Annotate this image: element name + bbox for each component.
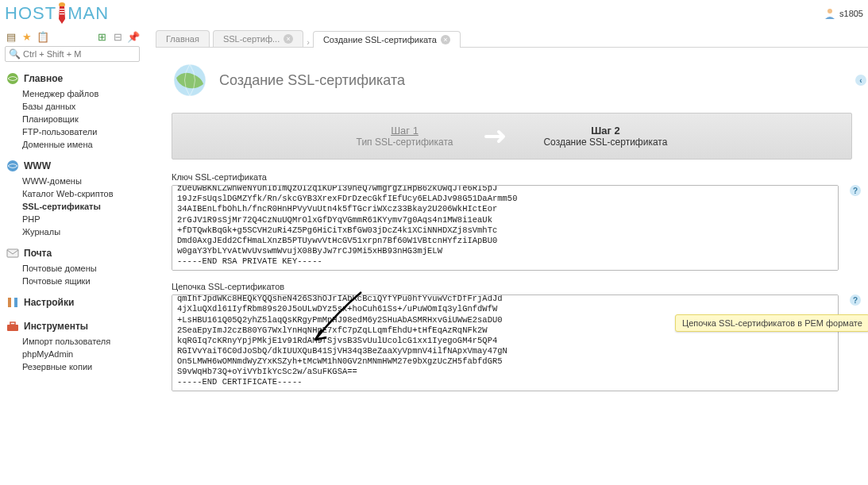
steps-bar: Шаг 1 Тип SSL-сертификата Шаг 2 Создание…	[172, 113, 852, 160]
arrow-right-icon	[484, 129, 511, 144]
clipboard-icon[interactable]: 📋	[37, 30, 49, 43]
side-item-domains[interactable]: Доменные имена	[22, 138, 140, 151]
annotation-arrow-icon	[306, 288, 369, 352]
chain-label: Цепочка SSL-сертификатов	[172, 282, 852, 291]
side-item-wwwdomains[interactable]: WWW-домены	[22, 175, 140, 187]
tabs-bar: Главная SSL-сертиф... × › Создание SSL-с…	[156, 27, 868, 48]
hint-icon[interactable]: ?	[850, 294, 861, 306]
side-heading-www[interactable]: WWW	[5, 157, 140, 175]
side-item-logs[interactable]: Журналы	[22, 225, 140, 238]
tools-icon	[6, 296, 19, 309]
side-item-import[interactable]: Импорт пользователя	[22, 335, 140, 348]
side-item-filemanager[interactable]: Менеджер файлов	[22, 87, 140, 100]
svg-point-6	[7, 160, 18, 171]
svg-rect-9	[14, 298, 17, 307]
help-icon[interactable]: ‹	[855, 75, 866, 86]
step-1[interactable]: Шаг 1 Тип SSL-сертификата	[357, 125, 453, 148]
toolbox-icon	[6, 320, 19, 333]
side-item-phpmyadmin[interactable]: phpMyAdmin	[22, 348, 140, 360]
side-heading-settings[interactable]: Настройки	[5, 294, 140, 311]
add-icon[interactable]: ⊞	[95, 30, 108, 43]
ssl-chain-textarea[interactable]	[172, 294, 839, 391]
svg-rect-2	[60, 11, 64, 12]
side-heading-mail[interactable]: Почта	[5, 244, 140, 262]
search-row[interactable]: 🔍	[5, 46, 140, 62]
pin-icon[interactable]: 📌	[127, 30, 140, 43]
side-item-scheduler[interactable]: Планировщик	[22, 113, 140, 125]
side-heading-tools[interactable]: Инструменты	[5, 318, 140, 335]
svg-rect-11	[10, 322, 15, 325]
user-name: s1805	[839, 9, 863, 18]
remove-icon[interactable]: ⊟	[111, 30, 124, 43]
svg-point-4	[827, 9, 832, 13]
chevron-right-icon: ›	[307, 37, 310, 47]
search-input[interactable]	[23, 49, 136, 59]
tooltip: Цепочка SSL-сертификатов в PEM формате	[675, 314, 868, 332]
ssl-key-textarea[interactable]	[172, 185, 839, 271]
tab-ssl-create[interactable]: Создание SSL-сертификата ×	[313, 31, 461, 48]
globe-blue-icon	[6, 160, 19, 172]
side-item-mailboxes[interactable]: Почтовые ящики	[22, 275, 140, 287]
brand-logo: HOST MAN	[5, 2, 109, 25]
stack-icon[interactable]: ▤	[5, 30, 17, 43]
mail-icon	[6, 247, 19, 260]
svg-rect-10	[7, 325, 18, 331]
user-corner[interactable]: s1805	[824, 7, 863, 20]
globe-large-icon	[172, 62, 208, 98]
main-panel: Главная SSL-сертиф... × › Создание SSL-с…	[145, 27, 868, 402]
side-item-maildomains[interactable]: Почтовые домены	[22, 262, 140, 275]
side-item-catalog[interactable]: Каталог Web-скриптов	[22, 187, 140, 200]
side-heading-main[interactable]: Главное	[5, 70, 140, 87]
side-item-ssl[interactable]: SSL-сертификаты	[22, 200, 140, 213]
hint-icon[interactable]: ?	[850, 185, 861, 196]
step-2: Шаг 2 Создание SSL-сертификата	[543, 125, 667, 148]
key-label: Ключ SSL-сертификата	[172, 172, 852, 182]
svg-rect-8	[8, 298, 11, 307]
svg-rect-3	[60, 13, 64, 14]
close-icon[interactable]: ×	[284, 34, 293, 44]
user-icon	[824, 7, 836, 20]
star-icon[interactable]: ★	[21, 30, 33, 43]
close-icon[interactable]: ×	[441, 35, 450, 44]
search-icon: 🔍	[9, 48, 21, 60]
side-item-ftp[interactable]: FTP-пользователи	[22, 125, 140, 138]
svg-point-5	[7, 73, 18, 84]
tab-ssl-list[interactable]: SSL-сертиф... ×	[213, 30, 303, 47]
svg-rect-1	[60, 9, 64, 10]
sidebar: ▤ ★ 📋 ⊞ ⊟ 📌 🔍 Главное Менеджер файлов Ба…	[0, 27, 145, 402]
side-item-databases[interactable]: Базы данных	[22, 100, 140, 113]
side-item-backups[interactable]: Резервные копии	[22, 360, 140, 373]
side-item-php[interactable]: PHP	[22, 213, 140, 225]
page-title: Создание SSL-сертификата	[219, 72, 405, 89]
tab-home[interactable]: Главная	[156, 30, 210, 47]
globe-green-icon	[6, 72, 19, 85]
svg-rect-7	[7, 249, 18, 257]
